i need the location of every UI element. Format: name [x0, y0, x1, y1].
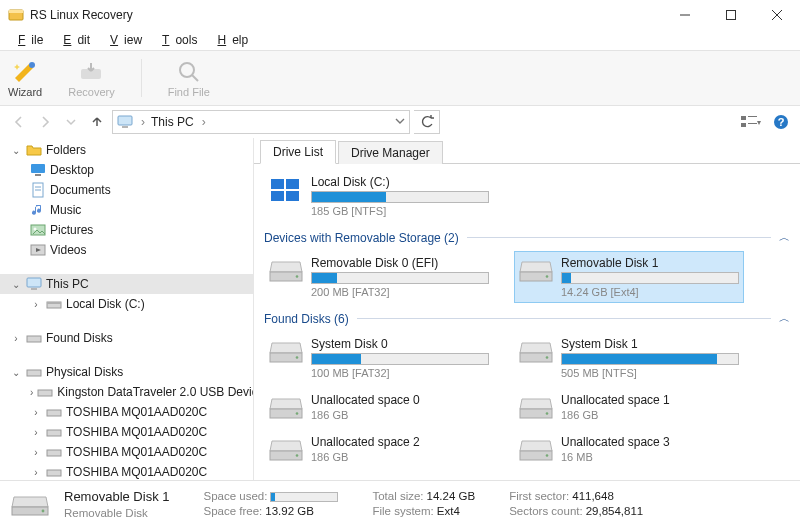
nav-up-button[interactable]: [86, 111, 108, 133]
tree-physical-disk-item[interactable]: ›TOSHIBA MQ01AAD020C: [0, 442, 253, 462]
svg-rect-36: [47, 470, 61, 476]
drive-title: Unallocated space 3: [561, 435, 739, 449]
drive-subtitle: 186 GB: [561, 409, 739, 421]
tree-folders[interactable]: ⌄ Folders: [0, 140, 253, 160]
window-title: RS Linux Recovery: [30, 8, 662, 22]
tree-local-disk-c[interactable]: ›Local Disk (C:): [0, 294, 253, 314]
drive-icon: [26, 364, 42, 380]
svg-point-42: [296, 275, 299, 278]
maximize-button[interactable]: [708, 0, 754, 30]
collapse-icon[interactable]: ︿: [779, 230, 790, 245]
group-heading[interactable]: Found Disks (6)︿: [264, 311, 790, 326]
drive-subtitle: 16 MB: [561, 451, 739, 463]
tree-item-label: TOSHIBA MQ01AAD020C: [66, 465, 207, 479]
drive-item[interactable]: Unallocated space 2186 GB: [264, 430, 494, 468]
toolbar-wizard-label: Wizard: [8, 86, 42, 98]
menu-tools[interactable]: Tools: [150, 32, 203, 48]
status-sectors-count-label: Sectors count:: [509, 505, 583, 517]
help-button[interactable]: ?: [770, 111, 792, 133]
close-button[interactable]: [754, 0, 800, 30]
drive-item[interactable]: Local Disk (C:)185 GB [NTFS]: [264, 170, 494, 222]
minimize-button[interactable]: [662, 0, 708, 30]
status-fs: Ext4: [437, 505, 460, 517]
chevron-right-icon[interactable]: ›: [30, 467, 42, 478]
svg-rect-29: [47, 302, 61, 304]
refresh-button[interactable]: [414, 110, 440, 134]
chevron-down-icon[interactable]: ⌄: [10, 279, 22, 290]
drive-title: System Disk 1: [561, 337, 739, 351]
tab-label: Drive Manager: [351, 146, 430, 160]
tree-physical-disk-item[interactable]: ›TOSHIBA MQ01AAD020C: [0, 402, 253, 422]
drive-item[interactable]: Removable Disk 114.24 GB [Ext4]: [514, 251, 744, 303]
tab-drive-list[interactable]: Drive List: [260, 140, 336, 164]
drive-item[interactable]: System Disk 0100 MB [FAT32]: [264, 332, 494, 384]
menu-file[interactable]: File: [6, 32, 49, 48]
nav-back-button[interactable]: [8, 111, 30, 133]
drive-title: Removable Disk 1: [561, 256, 739, 270]
tree-item-label: Found Disks: [46, 331, 113, 345]
chevron-right-icon[interactable]: ›: [30, 299, 42, 310]
drive-item[interactable]: System Disk 1505 MB [NTFS]: [514, 332, 744, 384]
view-options-button[interactable]: ▾: [740, 111, 762, 133]
tree-found-disks[interactable]: ›Found Disks: [0, 328, 253, 348]
menu-view[interactable]: View: [98, 32, 148, 48]
status-space-used-label: Space used:: [204, 490, 268, 502]
tree-videos[interactable]: Videos: [0, 240, 253, 260]
drive-item[interactable]: Removable Disk 0 (EFI)200 MB [FAT32]: [264, 251, 494, 303]
toolbar-findfile[interactable]: Find File: [168, 58, 210, 98]
drive-icon: [10, 489, 50, 519]
desktop-icon: [30, 162, 46, 178]
tree-item-label: Documents: [50, 183, 111, 197]
chevron-down-icon[interactable]: ⌄: [10, 145, 22, 156]
menu-edit[interactable]: Edit: [51, 32, 96, 48]
toolbar-wizard[interactable]: Wizard: [8, 58, 42, 98]
group-heading[interactable]: Devices with Removable Storage (2)︿: [264, 230, 790, 245]
tree-desktop[interactable]: Desktop: [0, 160, 253, 180]
chevron-right-icon[interactable]: ›: [10, 333, 22, 344]
chevron-right-icon[interactable]: ›: [30, 447, 42, 458]
tree-documents[interactable]: Documents: [0, 180, 253, 200]
status-fs-label: File system:: [372, 505, 433, 517]
drive-subtitle: 200 MB [FAT32]: [311, 286, 489, 298]
tree-item-label: Local Disk (C:): [66, 297, 145, 311]
status-sectors-count: 29,854,811: [586, 505, 644, 517]
breadcrumb-chevron[interactable]: ›: [202, 115, 206, 129]
svg-rect-34: [47, 430, 61, 436]
address-field[interactable]: › This PC ›: [112, 110, 410, 134]
nav-history-dropdown[interactable]: [60, 111, 82, 133]
address-dropdown-icon[interactable]: [395, 115, 405, 129]
drive-item[interactable]: Unallocated space 316 MB: [514, 430, 744, 468]
tree-physical-disk-item[interactable]: ›Kingston DataTraveler 2.0 USB Device: [0, 382, 253, 402]
tree-physical-disks[interactable]: ⌄Physical Disks: [0, 362, 253, 382]
tab-drive-manager[interactable]: Drive Manager: [338, 141, 443, 164]
breadcrumb-location[interactable]: This PC: [151, 115, 194, 129]
tree-music[interactable]: Music: [0, 200, 253, 220]
tree-physical-disk-item[interactable]: ›TOSHIBA MQ01AAD020C: [0, 422, 253, 442]
svg-rect-37: [271, 179, 284, 189]
chevron-right-icon[interactable]: ›: [30, 427, 42, 438]
status-bar: Removable Disk 1 Removable Disk Space us…: [0, 480, 800, 526]
music-icon: [30, 202, 46, 218]
app-icon: [8, 7, 24, 23]
chevron-right-icon[interactable]: ›: [30, 407, 42, 418]
drive-item[interactable]: Unallocated space 1186 GB: [514, 388, 744, 426]
status-name: Removable Disk 1: [64, 489, 170, 504]
drive-icon: [269, 177, 303, 203]
svg-point-56: [546, 454, 549, 457]
drive-icon: [46, 404, 62, 420]
nav-forward-button[interactable]: [34, 111, 56, 133]
tree-pictures[interactable]: Pictures: [0, 220, 253, 240]
menu-help[interactable]: Help: [205, 32, 254, 48]
chevron-right-icon[interactable]: ›: [30, 387, 33, 398]
document-icon: [30, 182, 46, 198]
chevron-down-icon[interactable]: ⌄: [10, 367, 22, 378]
tree-physical-disk-item[interactable]: ›TOSHIBA MQ01AAD020C: [0, 462, 253, 480]
this-pc-icon: [26, 276, 42, 292]
collapse-icon[interactable]: ︿: [779, 311, 790, 326]
tree-this-pc[interactable]: ⌄ This PC: [0, 274, 253, 294]
svg-point-44: [546, 275, 549, 278]
toolbar-recovery[interactable]: Recovery: [68, 58, 114, 98]
drive-icon: [519, 395, 553, 421]
pictures-icon: [30, 222, 46, 238]
drive-item[interactable]: Unallocated space 0186 GB: [264, 388, 494, 426]
